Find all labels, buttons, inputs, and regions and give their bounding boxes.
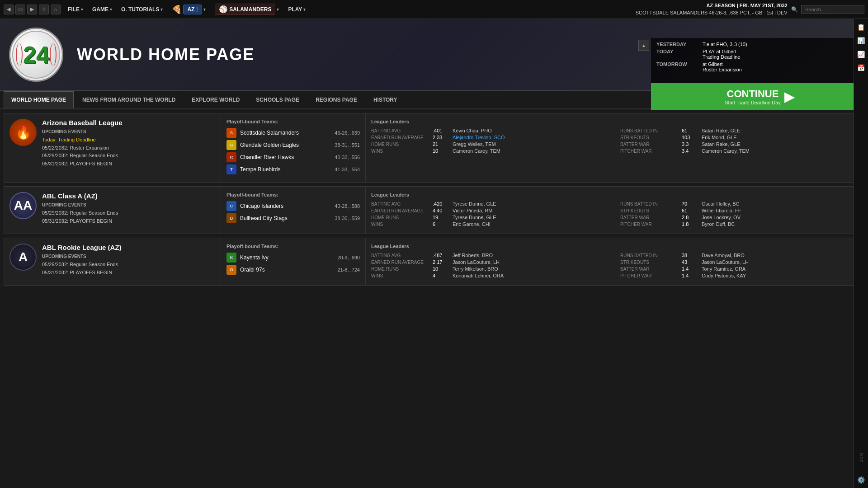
playoff-label: Playoff-bound Teams: bbox=[226, 244, 360, 249]
tutorials-chevron: ▾ bbox=[160, 7, 163, 12]
tutorials-menu[interactable]: O. TUTORIALS ▾ bbox=[118, 5, 166, 14]
leader-value: 2.33 bbox=[433, 135, 450, 140]
team-name[interactable]: Chicago Islanders bbox=[240, 203, 331, 209]
team-name[interactable]: Chandler River Hawks bbox=[240, 154, 331, 160]
tomorrow-row: TOMORROW at Gilbert Roster Expansion bbox=[656, 61, 863, 72]
page-title: WORLD HOME PAGE bbox=[77, 45, 255, 64]
leader-stat: WINS bbox=[371, 149, 430, 154]
leader-name: Cameron Carey, TEM bbox=[702, 148, 750, 154]
team-name[interactable]: Kayenta Ivy bbox=[240, 254, 334, 261]
leaders-grid: BATTING AVG .420 Tyrese Dunne, GLE EARNE… bbox=[371, 201, 859, 228]
top-navigation: ◀ ▭ ▶ ☆ ⌂ FILE ▾ GAME ▾ O. TUTORIALS ▾ 🍕… bbox=[0, 0, 868, 19]
leader-value: 6 bbox=[433, 221, 450, 227]
team-name[interactable]: Glendale Golden Eagles bbox=[240, 142, 331, 148]
leaders-col-right: RUNS BATTED IN 61 Satan Rake, GLE STRIKE… bbox=[620, 128, 859, 155]
team-record: 40-32, .556 bbox=[335, 155, 360, 160]
leader-row: PITCHER WAR 1.4 Cody Pistorius, KAY bbox=[620, 273, 859, 278]
tab-regions[interactable]: REGIONS PAGE bbox=[308, 91, 365, 108]
leader-name: Tony Ramirez, ORA bbox=[702, 266, 745, 272]
az-menu[interactable]: 🍕 AZ ! ▾ bbox=[168, 3, 209, 16]
game-menu[interactable]: GAME ▾ bbox=[89, 5, 116, 14]
team-name[interactable]: Tempe Bluebirds bbox=[240, 166, 331, 173]
continue-button[interactable]: CONTINUE Start Trade Deadline Day ▶ bbox=[651, 83, 868, 110]
team-name[interactable]: Bullhead City Stags bbox=[240, 215, 331, 221]
team-menu[interactable]: ⚾ SALAMANDERS ▾ bbox=[211, 2, 283, 17]
back-button[interactable]: ◀ bbox=[4, 5, 14, 14]
team-name[interactable]: Scottsdale Salamanders bbox=[240, 130, 331, 136]
leader-stat: EARNED RUN AVERAGE bbox=[371, 260, 430, 265]
league-left: A ABL Rookie League (AZ) UPCOMING EVENTS… bbox=[4, 238, 221, 285]
league-section-abl-rookie: A ABL Rookie League (AZ) UPCOMING EVENTS… bbox=[4, 238, 864, 286]
leader-row: WINS 10 Cameron Carey, TEM bbox=[371, 148, 609, 154]
stitches-left bbox=[16, 43, 23, 66]
leader-row: HOME RUNS 19 Tyrese Dunne, GLE bbox=[371, 215, 609, 220]
file-menu[interactable]: FILE ▾ bbox=[64, 5, 87, 14]
team-icon: R bbox=[226, 152, 236, 162]
leader-stat: EARNED RUN AVERAGE bbox=[371, 135, 430, 140]
leader-stat: WINS bbox=[371, 273, 430, 278]
event-row: 05/29/2032: Regular Season Ends bbox=[42, 261, 215, 269]
league-name[interactable]: ABL Rookie League (AZ) bbox=[42, 244, 215, 251]
leader-row: PITCHER WAR 1.8 Byron Duff, BC bbox=[620, 221, 859, 227]
league-middle: Playoff-bound Teams: K Kayenta Ivy 20-9,… bbox=[221, 238, 366, 285]
leader-value: .487 bbox=[433, 253, 450, 258]
tab-news[interactable]: NEWS FROM AROUND THE WORLD bbox=[75, 91, 183, 108]
league-name[interactable]: ABL Class A (AZ) bbox=[42, 192, 215, 200]
leader-name: Konaniah Lehner, ORA bbox=[453, 273, 504, 278]
leader-stat: BATTER WAR bbox=[620, 215, 679, 220]
search-input[interactable] bbox=[801, 5, 864, 14]
team-name[interactable]: Oraibi 97s bbox=[240, 267, 334, 273]
stitches-right bbox=[50, 43, 57, 66]
leader-value: 61 bbox=[682, 128, 699, 133]
leader-value: 10 bbox=[433, 148, 450, 154]
tab-explore[interactable]: EXPLORE WORLD bbox=[184, 91, 247, 108]
league-info: ABL Class A (AZ) UPCOMING EVENTS 05/29/2… bbox=[42, 192, 215, 228]
leader-row: HOME RUNS 21 Gregg Welles, TEM bbox=[371, 141, 609, 147]
playoff-label: Playoff-bound Teams: bbox=[226, 119, 360, 124]
search-icon: 🔍 bbox=[791, 6, 798, 13]
team-record: 41-33, .554 bbox=[335, 167, 360, 172]
favorite-button[interactable]: ☆ bbox=[39, 5, 49, 14]
leader-name[interactable]: Alejandro Trevino, SCO bbox=[453, 135, 505, 140]
leader-name: Eric Garone, CHI bbox=[453, 221, 491, 227]
icon-4[interactable]: 📅 bbox=[855, 61, 868, 74]
home-button[interactable]: ⌂ bbox=[51, 5, 61, 14]
icon-3[interactable]: 📈 bbox=[855, 48, 868, 61]
app-logo: 24 bbox=[9, 28, 63, 82]
team-row: O Oraibi 97s 21-8, .724 bbox=[226, 265, 360, 275]
leader-stat: RUNS BATTED IN bbox=[620, 202, 679, 206]
window-button[interactable]: ▭ bbox=[15, 5, 25, 14]
event-row: 05/31/2032: PLAYOFFS BEGIN bbox=[42, 217, 215, 225]
leader-name: Jeff Roberts, BRO bbox=[453, 253, 493, 258]
leader-row: BATTING AVG .401 Kevin Chau, PHO bbox=[371, 128, 609, 133]
tab-history[interactable]: HISTORY bbox=[366, 91, 405, 108]
nav-right: AZ SEASON | FRI. MAY 21ST, 2032 SCOTTSDA… bbox=[636, 2, 864, 16]
team-record: 20-9, .690 bbox=[337, 255, 360, 260]
forward-button[interactable]: ▶ bbox=[27, 5, 37, 14]
team-record: 38-31, .551 bbox=[335, 142, 360, 148]
leader-stat: BATTER WAR bbox=[620, 267, 679, 272]
team-record: 21-8, .724 bbox=[337, 267, 360, 272]
leader-stat: PITCHER WAR bbox=[620, 273, 679, 278]
leader-value: 1.8 bbox=[682, 221, 699, 227]
league-name[interactable]: Arizona Baseball League bbox=[42, 119, 215, 127]
leader-value: 4.40 bbox=[433, 208, 450, 213]
leaders-col-left: BATTING AVG .487 Jeff Roberts, BRO EARNE… bbox=[371, 253, 609, 280]
tab-schools[interactable]: SCHOOLS PAGE bbox=[248, 91, 307, 108]
leader-value: 2.8 bbox=[682, 215, 699, 220]
tab-world-home[interactable]: WORLD HOME PAGE bbox=[4, 91, 74, 108]
icon-bottom-1[interactable]: ⚙️ bbox=[855, 474, 868, 486]
page-header: 24 WORLD HOME PAGE ▲ YESTERDAY Tie at PH… bbox=[0, 19, 868, 91]
collapse-button[interactable]: ▲ bbox=[638, 40, 649, 51]
icon-2[interactable]: 📊 bbox=[855, 34, 868, 47]
leaders-grid: BATTING AVG .487 Jeff Roberts, BRO EARNE… bbox=[371, 253, 859, 280]
icon-1[interactable]: 📋 bbox=[855, 21, 868, 33]
leader-stat: RUNS BATTED IN bbox=[620, 253, 679, 258]
leader-stat: BATTING AVG bbox=[371, 202, 430, 206]
leader-value: 1.4 bbox=[682, 273, 699, 278]
right-panel: ▲ YESTERDAY Tie at PHO, 3-3 (10) TODAY P… bbox=[651, 38, 868, 110]
az-chevron: ▾ bbox=[203, 7, 206, 12]
leader-stat: BATTER WAR bbox=[620, 142, 679, 147]
leader-name: Byron Duff, BC bbox=[702, 221, 735, 227]
play-menu[interactable]: PLAY ▾ bbox=[284, 5, 309, 14]
